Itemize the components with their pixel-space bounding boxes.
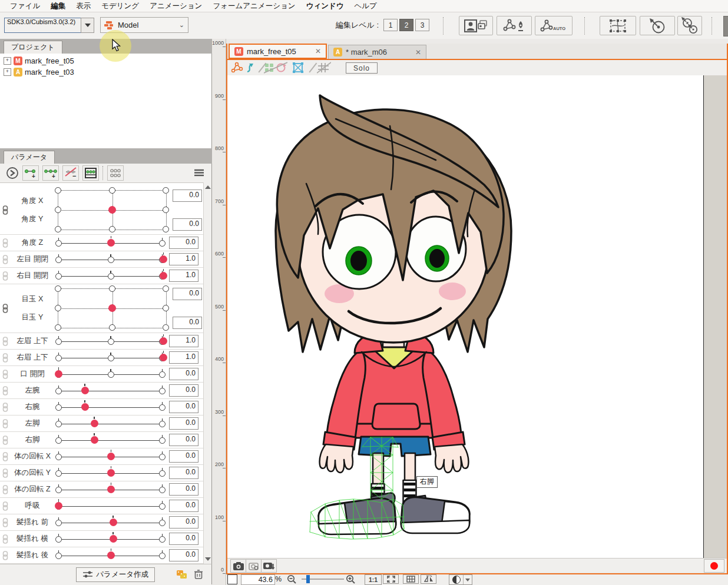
sdk-version-select[interactable]: SDK3.0/Cubism3.0(3.2) [4, 18, 83, 33]
parameter-slider[interactable] [54, 268, 167, 284]
arrow-tool-icon[interactable] [231, 62, 243, 75]
unlink-icon[interactable] [2, 238, 8, 248]
create-parameter-button[interactable]: パラメータ作成 [76, 567, 155, 582]
unlink-icon[interactable] [2, 468, 8, 478]
parameter-value[interactable]: 1.0 [169, 270, 198, 282]
unlink-icon[interactable] [2, 386, 8, 395]
parameter-scrollbar[interactable] [203, 182, 212, 564]
slider-value-dot[interactable] [107, 486, 115, 493]
chevron-down-icon[interactable] [463, 575, 471, 584]
slider-value-dot[interactable] [110, 518, 117, 526]
trash-icon[interactable] [194, 569, 203, 580]
add-key2-icon[interactable]: + [22, 165, 39, 181]
model-parts-button[interactable] [459, 16, 493, 35]
parameter-slider[interactable] [54, 366, 167, 382]
edit-level-button-3[interactable]: 3 [415, 19, 429, 31]
flip-view-button[interactable] [421, 574, 436, 584]
camera-icon[interactable] [230, 559, 246, 573]
rotate-deformer-button[interactable] [640, 16, 675, 35]
unlink-icon[interactable] [2, 518, 8, 527]
pad-value-dot[interactable] [108, 206, 116, 214]
record-button[interactable] [704, 559, 724, 573]
panel-menu-icon[interactable] [194, 168, 204, 178]
double-rotate-deformer-button[interactable] [677, 16, 702, 35]
zoom-slider-handle[interactable] [306, 575, 310, 583]
slider-value-dot[interactable] [107, 453, 115, 460]
parameter-slider[interactable] [54, 399, 167, 415]
slider-value-dot[interactable] [91, 420, 98, 427]
parameter-value[interactable]: 0.0 [169, 417, 198, 430]
close-icon[interactable]: ✕ [315, 47, 321, 55]
tab-project[interactable]: プロジェクト [4, 41, 62, 54]
grid-toggle-button[interactable] [403, 574, 419, 584]
parameter-value[interactable]: 0.0 [173, 190, 202, 202]
parameter-value[interactable]: 0.0 [169, 500, 198, 512]
parameter-value[interactable]: 0.0 [173, 317, 202, 329]
pad-handle[interactable] [163, 207, 169, 213]
pad-handle[interactable] [163, 285, 169, 292]
zoom-out-icon[interactable] [287, 574, 297, 584]
parameter-value[interactable]: 0.0 [169, 450, 198, 463]
sdk-version-dropdown-button[interactable] [81, 18, 94, 33]
parameter-slider[interactable] [54, 481, 167, 497]
palette-icon[interactable] [176, 569, 188, 580]
zoom-in-icon[interactable] [346, 574, 356, 584]
parameter-slider[interactable] [54, 251, 167, 267]
link-icon[interactable] [2, 304, 8, 313]
slider-value-dot[interactable] [91, 436, 98, 444]
pad-handle[interactable] [109, 285, 115, 292]
project-tree-item[interactable]: +Amark_free_t03 [0, 67, 211, 78]
slider-value-dot[interactable] [107, 551, 115, 559]
unlink-icon[interactable] [2, 337, 8, 346]
keyframe-box-icon[interactable] [82, 165, 99, 181]
mesh-edit-button[interactable] [497, 16, 532, 35]
pad-handle[interactable] [55, 187, 61, 194]
pad-handle[interactable] [163, 187, 169, 194]
edit-level-button-1[interactable]: 1 [383, 19, 398, 31]
pad-handle[interactable] [55, 226, 61, 232]
zoom-slider[interactable] [302, 579, 344, 580]
zoom-value-field[interactable]: 43.6 [241, 574, 275, 585]
parameter-value[interactable]: 0.0 [169, 368, 198, 380]
edit-level-button-2[interactable]: 2 [399, 19, 413, 31]
fit-view-button[interactable] [383, 574, 399, 584]
menu-item-1[interactable]: 編集 [45, 1, 71, 11]
parameter-value[interactable]: 0.0 [169, 467, 198, 479]
curve-tool-icon[interactable] [245, 62, 257, 75]
unlink-icon[interactable] [2, 436, 8, 445]
slider-value-dot[interactable] [107, 469, 115, 477]
parameter-value[interactable]: 1.0 [169, 335, 198, 347]
solo-button[interactable]: Solo [346, 62, 378, 74]
parameter-value[interactable]: 0.0 [169, 237, 198, 249]
parameter-value[interactable]: 0.0 [169, 516, 198, 529]
parameter-slider[interactable] [54, 416, 167, 431]
parameter-slider[interactable] [54, 448, 167, 464]
unlink-icon[interactable] [2, 452, 8, 461]
unlink-icon[interactable] [2, 534, 8, 544]
parameter-value[interactable]: 0.0 [169, 401, 198, 413]
key-grid-icon[interactable] [107, 165, 124, 181]
slider-value-dot[interactable] [81, 387, 89, 394]
pad-handle[interactable] [163, 324, 169, 331]
pad-handle[interactable] [55, 207, 61, 213]
menu-item-4[interactable]: アニメーション [144, 1, 207, 11]
parameter-slider[interactable] [54, 531, 167, 547]
remove-key-icon[interactable]: − [62, 165, 79, 181]
unlink-icon[interactable] [2, 271, 8, 281]
warp-deformer-button[interactable] [600, 16, 636, 35]
grid-disabled-icon[interactable] [317, 62, 331, 75]
unlink-icon[interactable] [2, 419, 8, 428]
pad-handle[interactable] [109, 187, 115, 194]
parameter-slider[interactable] [54, 333, 167, 349]
parameter-slider[interactable] [54, 432, 167, 448]
tab-parameters[interactable]: パラメータ [4, 151, 55, 164]
blend-toggle-button[interactable] [449, 574, 472, 585]
slider-value-dot[interactable] [110, 535, 117, 543]
unlink-icon[interactable] [2, 501, 8, 511]
canvas-viewport[interactable]: 右脚 [227, 75, 727, 558]
parameter-slider[interactable] [54, 350, 167, 365]
scroll-up-icon[interactable] [205, 185, 211, 189]
slider-value-dot[interactable] [160, 272, 167, 280]
close-icon[interactable]: ✕ [415, 48, 421, 56]
bg-color-swatch[interactable] [227, 574, 237, 584]
